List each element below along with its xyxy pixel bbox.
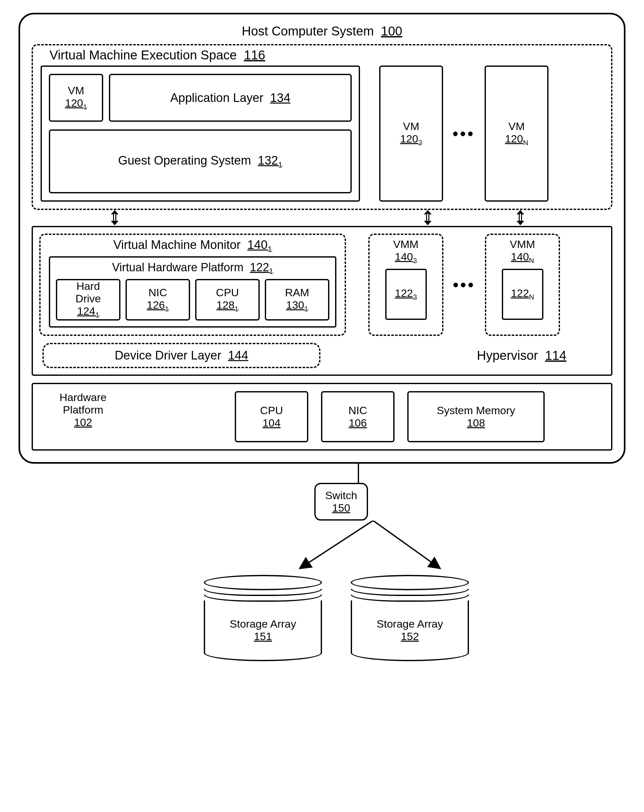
storage-array-2: Storage Array 152 xyxy=(351,575,469,661)
hypervisor-box: Virtual Machine Monitor 1401 Virtual Har… xyxy=(32,226,612,376)
vhp-title: Virtual Hardware Platform 1221 xyxy=(56,261,329,276)
virtual-hard-drive: Hard Drive 1241 xyxy=(56,279,120,321)
virtual-hardware-platform: Virtual Hardware Platform 1221 Hard Driv… xyxy=(49,256,336,328)
svg-line-0 xyxy=(300,520,373,568)
system-memory: System Memory 108 xyxy=(407,391,545,442)
arrows-row xyxy=(32,210,612,226)
virtual-nic: NIC 1261 xyxy=(126,279,190,321)
bidir-arrow-icon xyxy=(516,210,525,225)
switch: Switch 150 xyxy=(314,483,368,520)
vmm1-title: Virtual Machine Monitor 1401 xyxy=(49,238,336,254)
host-title: Host Computer System 100 xyxy=(32,24,612,38)
storage-array-1: Storage Array 151 xyxy=(204,575,322,661)
vmm-1: Virtual Machine Monitor 1401 Virtual Har… xyxy=(39,234,346,336)
bidir-arrow-icon xyxy=(423,210,432,225)
virtual-ram: RAM 1301 xyxy=(265,279,329,321)
device-driver-layer: Device Driver Layer 144 xyxy=(43,343,320,368)
vmm-n: VMM 140N 122N xyxy=(485,234,560,336)
ellipsis: ••• xyxy=(449,66,478,201)
virtual-cpu: CPU 1281 xyxy=(195,279,260,321)
vmexec-label: Virtual Machine Execution Space xyxy=(50,48,237,62)
host-computer-system: Host Computer System 100 Virtual Machine… xyxy=(18,13,626,464)
hardware-platform: Hardware Platform 102 CPU 104 NIC 106 Sy… xyxy=(32,383,612,450)
svg-line-1 xyxy=(373,520,440,568)
vm-n: VM 120N xyxy=(484,66,548,201)
host-label: Host Computer System xyxy=(242,24,374,38)
bidir-arrow-icon xyxy=(110,210,119,225)
cpu: CPU 104 xyxy=(235,391,308,442)
vm-2: VM 1202 xyxy=(379,66,443,201)
vm1-label-box: VM 1201 xyxy=(49,74,103,122)
vm1-label: VM xyxy=(68,84,84,97)
connector-line xyxy=(358,464,359,483)
vmmn-inner: 122N xyxy=(502,269,544,320)
hw-platform-label: Hardware Platform 102 xyxy=(40,391,126,442)
hypervisor-label: Hypervisor 114 xyxy=(477,348,566,363)
vmm2-inner: 1222 xyxy=(385,269,427,320)
vm-execution-space: Virtual Machine Execution Space 116 VM 1… xyxy=(32,44,612,210)
vmexec-ref: 116 xyxy=(244,48,265,62)
split-arrows-icon xyxy=(261,520,485,575)
nic: NIC 106 xyxy=(321,391,394,442)
vmexec-title: Virtual Machine Execution Space 116 xyxy=(41,48,603,62)
guest-os: Guest Operating System 1321 xyxy=(49,130,352,193)
vm1-ref: 1201 xyxy=(65,97,87,111)
application-layer: Application Layer 134 xyxy=(109,74,352,122)
host-ref: 100 xyxy=(381,24,402,38)
network-area: Switch 150 Storage Array 151 xyxy=(18,464,626,661)
vmm-2: VMM 1402 1222 xyxy=(368,234,443,336)
vm-1: VM 1201 Application Layer 134 Guest Oper… xyxy=(41,66,360,201)
ellipsis: ••• xyxy=(450,234,478,336)
